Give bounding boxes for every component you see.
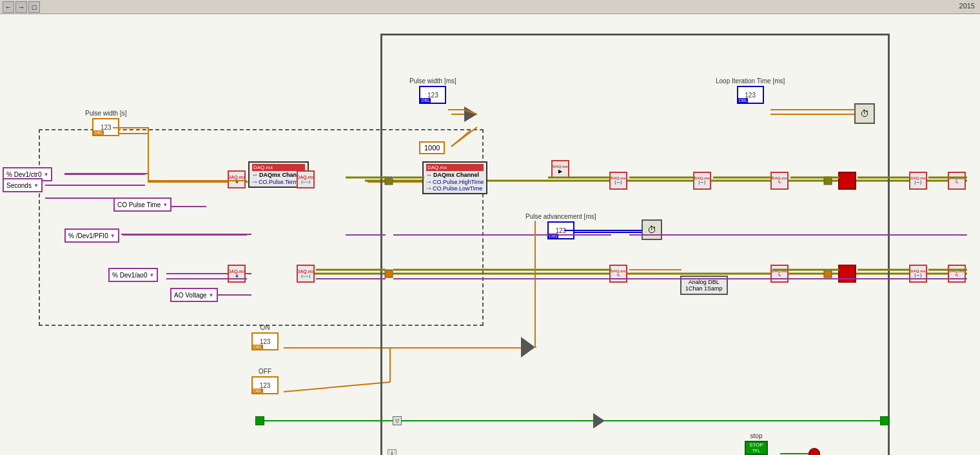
daqmx-node-inner-3: DAQ.mx ✎ [770, 172, 789, 190]
dev1-ctr0-label: % Dev1/ctr0 [6, 171, 41, 178]
ao-voltage-ctrl[interactable]: AO Voltage [170, 288, 218, 302]
pulse-adv-ind[interactable]: 123 DBL [547, 221, 574, 239]
co-pulse-time-node: CO Pulse Time [113, 197, 172, 212]
pulse-width-s-node: Pulse width [s] 123 DBL [85, 110, 126, 136]
analog-dbl-label: Analog DBL [685, 279, 723, 285]
panel-button[interactable]: □ [28, 1, 40, 13]
pulse-width-ms-label: Pulse width [ms] [409, 77, 456, 85]
pulse-adv-label: Pulse advancement [ms] [525, 213, 596, 220]
on-ctrl[interactable]: 123 DBL [251, 332, 279, 350]
daqmx-node-far-2: DAQ.mx ✎ [948, 172, 966, 190]
daqmx-node-ao-far-1: DAQ.mx ⟨∼⟩ [909, 265, 927, 283]
co-pulse-time-ctrl[interactable]: CO Pulse Time [113, 197, 172, 212]
daqmx-node-1: DAQ.mx ✻ [228, 170, 246, 188]
pulse-width-s-type: DBL [93, 130, 104, 135]
loop-iter-time-type: DBL [738, 98, 749, 103]
dev1-ao0-node: % Dev1/ao0 [108, 268, 158, 282]
daqmx-node-inner-1: DAQ.mx ⟨∼⟩ [609, 172, 627, 190]
merge-triangle [521, 337, 535, 358]
red-node-lower [838, 265, 856, 283]
stop-label: stop [750, 432, 763, 440]
daqmx-hightime: ⤑ CO.Pulse.HighTime [426, 179, 484, 185]
daqmx-lowtime: ⤑ CO.Pulse.LowTime [426, 185, 484, 192]
dev1-pfi0-ctrl[interactable]: % /Dev1/PFI0 [64, 228, 119, 243]
daqmx-node-out-1: DAQ.mx ⟨∼∼⟩ [297, 170, 315, 188]
pulse-width-ms-type: DBL [420, 98, 431, 103]
red-node-upper [838, 172, 856, 190]
back-button[interactable]: ← [3, 1, 14, 13]
loop-iter-time-label: Loop Iteration Time [ms] [716, 77, 785, 85]
green-node-right [880, 416, 889, 425]
pulse-width-s-label: Pulse width [s] [85, 110, 126, 117]
pulse-adv-type: DBL [549, 234, 559, 238]
seconds-node: Seconds [3, 178, 43, 192]
on-label: ON [260, 324, 270, 331]
co-pulse-time-label: CO Pulse Time [117, 201, 161, 208]
seconds-label: Seconds [6, 182, 32, 189]
analog-dbl-sublabel: 1Chan 1Samp [685, 285, 723, 292]
daqmx-node-out-ao: DAQ.mx ⟨∼∼⟩ [297, 265, 315, 283]
timer-icon-node: ⏱ [854, 103, 875, 124]
pulse-width-ms-node: Pulse width [ms] 123 DBL [409, 77, 456, 104]
daqmx-node-ao-far-2: DAQ.mx ✎ [948, 265, 966, 283]
dev1-ao0-ctrl[interactable]: % Dev1/ao0 [108, 268, 158, 282]
forward-button[interactable]: → [15, 1, 27, 13]
daqmx-header-2: DAQ.mx [426, 164, 484, 171]
daqmx-title-2: DAQmx Channel [433, 172, 479, 178]
timer-icon: ⏱ [854, 103, 875, 124]
pulse-width-ms-ind[interactable]: 123 DBL [419, 86, 446, 104]
dev1-ao0-label: % Dev1/ao0 [112, 272, 147, 279]
green-node-left [255, 416, 264, 425]
inner-loop-frame [39, 129, 484, 326]
pulse-adv-clock-icon: ⏱ [642, 219, 662, 240]
daqmx-node-far-1: DAQ.mx ⟨∼⟩ [909, 172, 927, 190]
ao-voltage-node: AO Voltage [170, 288, 218, 302]
analog-dbl-block: Analog DBL 1Chan 1Samp [680, 276, 728, 295]
daqmx-channel-2-node: DAQ.mx ↔ DAQmx Channel ⤑ CO.Pulse.HighTi… [422, 161, 487, 194]
analog-dbl-node: Analog DBL 1Chan 1Samp [680, 276, 728, 295]
loop-iter-time-node: Loop Iteration Time [ms] 123 DBL [716, 77, 785, 104]
dev1-pfi0-label: % /Dev1/PFI0 [68, 232, 108, 239]
off-type: DBL [253, 389, 263, 393]
pass-node [593, 413, 605, 429]
toolbar: ← → □ 2015 [0, 0, 980, 14]
off-label: OFF [259, 368, 271, 375]
stop-bool-indicator [808, 448, 820, 455]
daqmx-item-label-1: CO.Pulse.Term [259, 179, 298, 185]
pulse-width-s-ctrl[interactable]: 123 DBL [92, 118, 119, 136]
value-1000-node: 1000 [419, 141, 445, 154]
pulse-adv-node: Pulse advancement [ms] 123 DBL [525, 213, 596, 239]
loop-iter-time-ind[interactable]: 123 DBL [737, 86, 764, 104]
pulse-adv-clock-node: ⏱ [642, 219, 662, 240]
daqmx-node-inner-2: DAQ.mx ⟨∼⟩ [693, 172, 711, 190]
green-gate-left: ▽ [393, 416, 402, 425]
value-1000[interactable]: 1000 [419, 141, 445, 154]
block-diagram-canvas: i Pulse width [s] 123 DBL % Dev1/ctr0 Se… [0, 14, 980, 455]
stop-node: stop STOP TFL [745, 432, 768, 455]
seconds-ctrl[interactable]: Seconds [3, 178, 43, 192]
off-ctrl[interactable]: 123 DBL [251, 376, 279, 394]
stop-button[interactable]: STOP TFL [745, 441, 768, 455]
on-ctrl-node: ON 123 DBL [251, 324, 279, 350]
off-ctrl-node: OFF 123 DBL [251, 368, 279, 394]
dev1-pfi0-node: % /Dev1/PFI0 [64, 228, 119, 243]
loop-info-icon: i [387, 449, 397, 455]
year-label: 2015 [959, 2, 975, 10]
on-type: DBL [253, 345, 263, 349]
daqmx-node-ao-1: DAQ.mx ✎ [609, 265, 627, 283]
daqmx-write-node: DAQ.mx ▶ [551, 160, 569, 178]
daqmx-node-ao: DAQ.mx ✻ [228, 265, 246, 283]
daqmx-node-ao-2: DAQ.mx ✎ [770, 265, 789, 283]
stop-bool-node [808, 448, 820, 455]
convert-node-1 [464, 106, 477, 122]
svg-line-27 [284, 382, 390, 392]
daqmx-channel-2-block[interactable]: DAQ.mx ↔ DAQmx Channel ⤑ CO.Pulse.HighTi… [422, 161, 487, 194]
ao-voltage-label: AO Voltage [174, 292, 207, 299]
